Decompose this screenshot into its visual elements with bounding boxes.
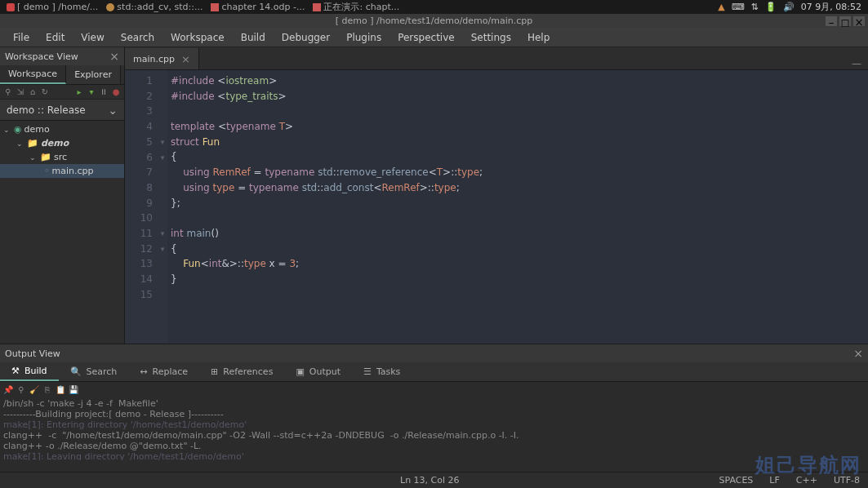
tab-icon: ⊞ xyxy=(211,366,218,377)
output-tabs: ⚒Build🔍Search↔Replace⊞References▣Output☰… xyxy=(0,362,868,382)
output-panel: Output View × ⚒Build🔍Search↔Replace⊞Refe… xyxy=(0,344,868,460)
tray-volume-icon[interactable]: 🔊 xyxy=(783,2,795,12)
fold-column: ▾▾▾▾ xyxy=(158,70,167,344)
output-tab-replace[interactable]: ↔Replace xyxy=(128,363,199,380)
firefox-icon xyxy=(106,3,114,11)
window-minimize-button[interactable]: – xyxy=(826,16,837,26)
tree-label: demo xyxy=(24,124,50,135)
doc-icon xyxy=(313,3,321,11)
status-bar: Ln 13, Col 26 SPACES LF C++ UTF-8 xyxy=(0,472,868,488)
tab-icon: ⚒ xyxy=(11,366,20,376)
window-titlebar: [ demo ] /home/test1/demo/demo/main.cpp … xyxy=(0,14,868,28)
tray-wifi-icon[interactable]: ⇅ xyxy=(751,2,759,12)
menu-file[interactable]: File xyxy=(5,29,38,46)
code-editor[interactable]: 123456789101112131415 ▾▾▾▾ #include <ios… xyxy=(125,70,868,344)
output-tab-references[interactable]: ⊞References xyxy=(199,363,284,380)
menu-workspace[interactable]: Workspace xyxy=(162,29,233,46)
tree-label: main.cpp xyxy=(52,166,94,176)
workspace-tab-explorer[interactable]: Explorer xyxy=(66,65,121,84)
editor-area: main.cpp × — 123456789101112131415 ▾▾▾▾ … xyxy=(125,47,868,344)
workspace-close-button[interactable]: × xyxy=(109,50,119,63)
output-tab-output[interactable]: ▣Output xyxy=(284,363,352,380)
tab-icon: ☰ xyxy=(363,366,372,377)
system-taskbar: [ demo ] /home/... std::add_cv, std::...… xyxy=(0,0,868,14)
status-eol[interactable]: LF xyxy=(769,475,779,486)
expand-icon: ⌄ xyxy=(3,126,11,134)
folder-icon: 📁 xyxy=(40,152,51,162)
output-header: Output View × xyxy=(0,344,868,362)
tray-warn-icon[interactable]: ▲ xyxy=(718,2,724,12)
build-config-selector[interactable]: demo :: Release ⌄ xyxy=(0,100,124,121)
tab-close-button[interactable]: × xyxy=(181,53,190,65)
menu-build[interactable]: Build xyxy=(233,29,274,46)
output-header-label: Output View xyxy=(5,348,60,359)
status-language[interactable]: C++ xyxy=(796,475,817,486)
file-icon: ◦ xyxy=(44,166,50,176)
workspace-icon: ◉ xyxy=(14,124,22,135)
taskbar-item[interactable]: [ demo ] /home/... xyxy=(3,2,101,12)
tree-label: demo xyxy=(41,138,69,149)
taskbar-item[interactable]: chapter 14.odp -... xyxy=(207,2,308,12)
tab-icon: ▣ xyxy=(296,366,304,377)
editor-tab-main-cpp[interactable]: main.cpp × xyxy=(125,48,199,69)
tree-file-main-cpp[interactable]: ◦ main.cpp xyxy=(0,164,124,178)
window-close-button[interactable]: × xyxy=(853,16,865,26)
run-icon[interactable]: ▾ xyxy=(87,87,96,97)
tray-battery-icon[interactable]: 🔋 xyxy=(765,2,777,12)
menu-view[interactable]: View xyxy=(73,29,112,46)
link-icon[interactable]: ⚲ xyxy=(3,87,13,97)
link-icon[interactable]: ⚲ xyxy=(16,384,26,394)
status-encoding[interactable]: UTF-8 xyxy=(834,475,860,486)
output-tab-tasks[interactable]: ☰Tasks xyxy=(352,363,412,380)
expand-icon: ⌄ xyxy=(16,140,24,148)
output-body[interactable]: /bin/sh -c 'make -j 4 -e -f Makefile'---… xyxy=(0,397,868,460)
tab-icon: ↔ xyxy=(140,366,147,377)
pause-icon[interactable]: ⏸ xyxy=(99,87,109,97)
taskbar-item[interactable]: std::add_cv, std::... xyxy=(103,2,206,12)
output-tab-search[interactable]: 🔍Search xyxy=(59,363,129,380)
tray-keyboard-icon[interactable]: ⌨ xyxy=(732,2,745,12)
refresh-icon[interactable]: ↻ xyxy=(40,87,50,97)
menu-edit[interactable]: Edit xyxy=(38,29,73,46)
code-content[interactable]: #include <iostream>#include <type_traits… xyxy=(167,70,868,344)
menu-search[interactable]: Search xyxy=(113,29,162,46)
taskbar-item[interactable]: 正在演示: chapt... xyxy=(309,1,403,13)
editor-minimize-button[interactable]: — xyxy=(845,58,868,69)
tree-folder-src[interactable]: ⌄ 📁 src xyxy=(0,150,124,164)
menu-perspective[interactable]: Perspective xyxy=(389,29,463,46)
window-maximize-button[interactable]: ◻ xyxy=(839,16,851,26)
chevron-down-icon: ⌄ xyxy=(108,104,118,117)
tray-clock[interactable]: 07 9月, 08:52 xyxy=(801,1,861,13)
status-position[interactable]: Ln 13, Col 26 xyxy=(400,475,460,486)
status-indent[interactable]: SPACES xyxy=(719,475,753,486)
output-tab-build[interactable]: ⚒Build xyxy=(0,362,59,381)
menu-help[interactable]: Help xyxy=(519,29,558,46)
copy-icon[interactable]: ⎘ xyxy=(42,384,52,394)
output-close-button[interactable]: × xyxy=(853,347,863,360)
workspace-header: Workspace View × xyxy=(0,47,124,65)
home-icon[interactable]: ⌂ xyxy=(28,87,38,97)
expand-icon: ⌄ xyxy=(29,153,38,162)
save-icon[interactable]: 💾 xyxy=(69,384,78,394)
tab-icon: 🔍 xyxy=(70,366,82,377)
collapse-icon[interactable]: ⇲ xyxy=(16,87,25,97)
workspace-tab-workspace[interactable]: Workspace xyxy=(0,65,66,84)
doc-icon xyxy=(211,3,219,11)
workspace-header-label: Workspace View xyxy=(5,51,78,62)
stop-icon[interactable]: ● xyxy=(111,87,121,97)
build-icon[interactable]: ▸ xyxy=(74,87,84,97)
paste-icon[interactable]: 📋 xyxy=(56,384,65,394)
menu-settings[interactable]: Settings xyxy=(463,29,519,46)
menu-bar: File Edit View Search Workspace Build De… xyxy=(0,28,868,47)
app-icon xyxy=(7,3,15,11)
tree-workspace-root[interactable]: ⌄ ◉ demo xyxy=(0,122,124,136)
menu-plugins[interactable]: Plugins xyxy=(338,29,389,46)
output-toolbar: 📌 ⚲ 🧹 ⎘ 📋 💾 xyxy=(0,382,868,397)
menu-debugger[interactable]: Debugger xyxy=(274,29,338,46)
editor-tab-label: main.cpp xyxy=(133,54,175,64)
pin-icon[interactable]: 📌 xyxy=(3,384,13,394)
project-tree: ⌄ ◉ demo ⌄ 📁 demo ⌄ 📁 src ◦ main.cpp xyxy=(0,121,124,344)
workspace-panel: Workspace View × Workspace Explorer ⚲ ⇲ … xyxy=(0,47,125,344)
clear-icon[interactable]: 🧹 xyxy=(29,384,39,394)
tree-project[interactable]: ⌄ 📁 demo xyxy=(0,136,124,150)
